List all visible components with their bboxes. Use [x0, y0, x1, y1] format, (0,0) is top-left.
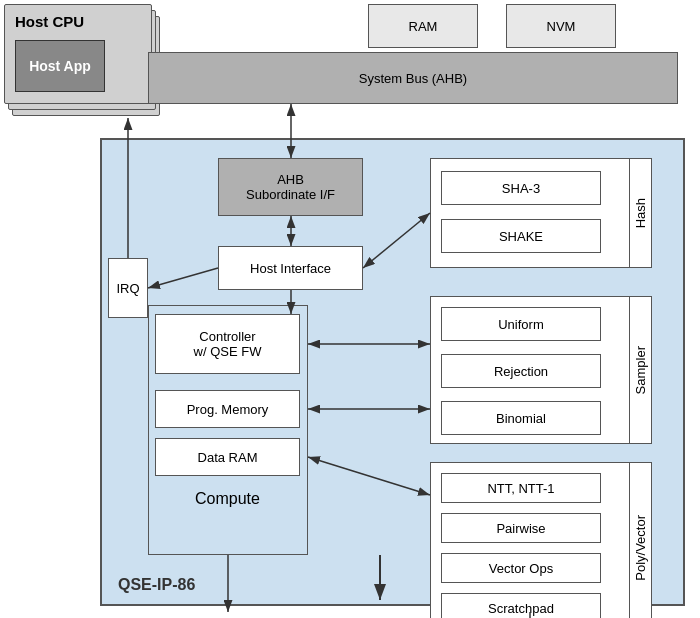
nvm-label: NVM: [547, 19, 576, 34]
prog-memory-label: Prog. Memory: [187, 402, 269, 417]
sampler-group: Uniform Rejection Binomial Sampler: [430, 296, 650, 444]
sha3-box: SHA-3: [441, 171, 601, 205]
qse-label: QSE-IP-86: [118, 576, 195, 594]
ram-box: RAM: [368, 4, 478, 48]
system-bus: System Bus (AHB): [148, 52, 678, 104]
hash-rotated-label: Hash: [633, 198, 648, 228]
pairwise-box: Pairwise: [441, 513, 601, 543]
uniform-box: Uniform: [441, 307, 601, 341]
shake-label: SHAKE: [499, 229, 543, 244]
ntt-box: NTT, NTT-1: [441, 473, 601, 503]
ram-label: RAM: [409, 19, 438, 34]
host-interface-box: Host Interface: [218, 246, 363, 290]
uniform-label: Uniform: [498, 317, 544, 332]
shake-box: SHAKE: [441, 219, 601, 253]
host-interface-label: Host Interface: [250, 261, 331, 276]
sha3-label: SHA-3: [502, 181, 540, 196]
binomial-label: Binomial: [496, 411, 546, 426]
scratchpad-box: Scratchpad: [441, 593, 601, 618]
ntt-label: NTT, NTT-1: [487, 481, 554, 496]
system-bus-label: System Bus (AHB): [359, 71, 467, 86]
ahb-sub-label: AHBSubordinate I/F: [246, 172, 335, 202]
compute-label: Compute: [155, 490, 300, 508]
poly-side-label: Poly/Vector: [630, 462, 652, 618]
diagram: RAM NVM Host CPU Host App System Bus (AH…: [0, 0, 700, 618]
sampler-side-label: Sampler: [630, 296, 652, 444]
hash-group: SHA-3 SHAKE Hash: [430, 158, 650, 268]
controller-label: Controllerw/ QSE FW: [194, 329, 262, 359]
controller-box: Controllerw/ QSE FW: [155, 314, 300, 374]
poly-group: NTT, NTT-1 Pairwise Vector Ops Scratchpa…: [430, 462, 650, 618]
pairwise-label: Pairwise: [496, 521, 545, 536]
nvm-box: NVM: [506, 4, 616, 48]
data-ram-label: Data RAM: [198, 450, 258, 465]
host-app-label: Host App: [29, 58, 91, 74]
binomial-box: Binomial: [441, 401, 601, 435]
hash-side-label: Hash: [630, 158, 652, 268]
prog-memory-box: Prog. Memory: [155, 390, 300, 428]
rejection-box: Rejection: [441, 354, 601, 388]
sampler-rotated-label: Sampler: [633, 346, 648, 394]
host-cpu-label: Host CPU: [15, 13, 84, 30]
host-app-box: Host App: [15, 40, 105, 92]
poly-rotated-label: Poly/Vector: [633, 515, 648, 581]
hash-outer: SHA-3 SHAKE: [430, 158, 630, 268]
rejection-label: Rejection: [494, 364, 548, 379]
sampler-outer: Uniform Rejection Binomial: [430, 296, 630, 444]
vectorops-box: Vector Ops: [441, 553, 601, 583]
poly-outer: NTT, NTT-1 Pairwise Vector Ops Scratchpa…: [430, 462, 630, 618]
data-ram-box: Data RAM: [155, 438, 300, 476]
irq-label: IRQ: [116, 281, 139, 296]
scratchpad-label: Scratchpad: [488, 601, 554, 616]
irq-box: IRQ: [108, 258, 148, 318]
ahb-sub-box: AHBSubordinate I/F: [218, 158, 363, 216]
vectorops-label: Vector Ops: [489, 561, 553, 576]
stack-layer-3: Host CPU Host App: [4, 4, 152, 104]
